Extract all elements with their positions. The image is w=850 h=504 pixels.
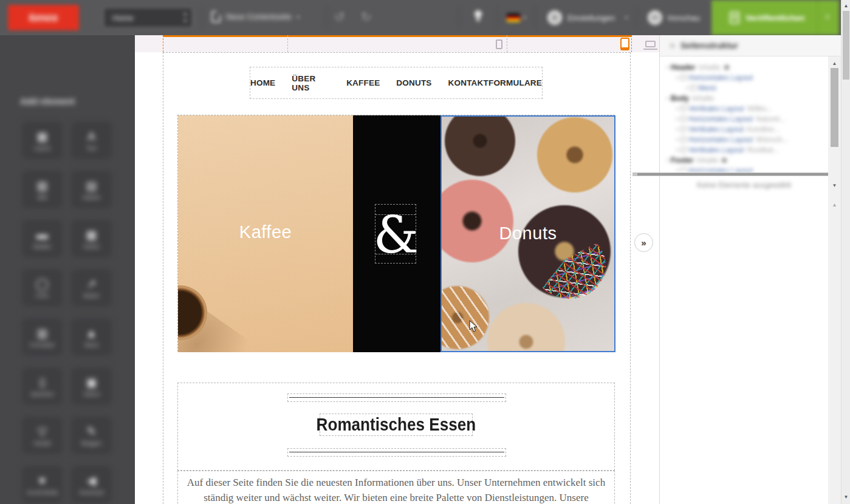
publish-chevron-icon[interactable]: › — [826, 10, 829, 22]
publish-button[interactable]: Veröffentlichen › — [711, 0, 839, 35]
element-tile-formulare[interactable]: ▥Formulare — [22, 318, 63, 356]
brand-logo[interactable]: Ionos — [8, 5, 79, 30]
tree-expand-icon[interactable]: ▸ — [674, 168, 680, 172]
tree-expand-icon[interactable]: ▸ — [674, 75, 680, 80]
panel-resize-handle[interactable] — [632, 172, 838, 176]
nav-item[interactable]: KONTAKTFORMULARE — [448, 78, 542, 87]
nav-item[interactable]: DONUTS — [396, 78, 431, 87]
german-flag-icon[interactable] — [507, 13, 520, 22]
chevron-down-icon[interactable]: ▾ — [523, 15, 526, 21]
ampersand-element[interactable]: & — [375, 204, 416, 264]
scroll-down-icon[interactable]: ▼ — [828, 183, 841, 188]
tree-expand-icon[interactable]: ▸ — [665, 64, 671, 70]
breakpoint-marker[interactable] — [287, 35, 288, 52]
chevron-down-icon[interactable]: ▾ — [625, 15, 628, 21]
element-tile-medien[interactable]: ▬Medien — [22, 220, 63, 257]
undo-button[interactable]: ↺ — [334, 10, 345, 24]
tree-row[interactable]: ▸HeaderInhalte — [660, 62, 828, 72]
scroll-up-icon[interactable]: ▲ — [828, 61, 841, 66]
tree-expand-icon[interactable]: ▸ — [674, 116, 680, 121]
layout-icon — [680, 75, 686, 80]
panel-collapse-button[interactable]: » — [634, 233, 653, 252]
breakpoint-ruler[interactable] — [135, 35, 659, 52]
divider-element[interactable] — [287, 448, 506, 457]
tile-label: Karten — [83, 243, 100, 250]
panel-scrollbar-thumb[interactable] — [831, 68, 838, 147]
tree-row[interactable]: ▸Horizontales LayoutWünsch... — [660, 134, 828, 145]
divider-element[interactable] — [287, 393, 506, 402]
tree-label: Body — [671, 94, 689, 103]
nav-item[interactable]: KAFFEE — [346, 78, 380, 87]
element-tile-karten[interactable]: ▩Karten — [71, 220, 112, 257]
element-tile-videos[interactable]: ▣Videos — [71, 367, 112, 405]
element-tile-sprachen[interactable]: ▯Sprachen — [22, 367, 63, 405]
element-tile-layout[interactable]: ▦Layout — [22, 121, 63, 159]
tree-row[interactable]: ▸Horizontales Layout — [660, 165, 828, 172]
tree-row[interactable]: ▸Horizontales Layout — [660, 72, 828, 83]
tree-row[interactable]: ▸FooterInhalte — [660, 155, 828, 165]
donuts-image-selected[interactable]: Donuts — [440, 115, 615, 352]
element-tile-form[interactable]: ◯Form — [22, 269, 63, 307]
page-selector-dropdown[interactable]: Home ▲▼ — [103, 7, 193, 28]
page-structure-tree[interactable]: ▸HeaderInhalte▸Horizontales Layout▸Menü▸… — [660, 56, 828, 172]
phone-breakpoint-icon[interactable] — [496, 39, 502, 49]
scroll-up-icon[interactable]: ▲ — [828, 202, 841, 208]
tree-row[interactable]: ▸BodyInhalte — [660, 93, 828, 103]
scroll-down-icon[interactable]: ▼ — [841, 494, 850, 500]
paragraph-element[interactable]: Auf dieser Seite finden Sie die neuesten… — [177, 471, 615, 504]
tree-expand-icon[interactable]: ▸ — [674, 137, 680, 142]
laptop-breakpoint-icon[interactable] — [645, 41, 656, 47]
tree-row[interactable]: ▸Vertikales LayoutRustikal... — [660, 145, 828, 155]
element-tile-social-media[interactable]: ♥Social Media — [22, 466, 63, 503]
site-nav-menu[interactable]: HOMEÜBER UNSKAFFEEDONUTSKONTAKTFORMULARE — [250, 67, 543, 99]
banner-row[interactable]: Kaffee & Donuts — [177, 115, 615, 352]
window-scrollbar-thumb[interactable] — [843, 11, 849, 80]
preview-label[interactable]: Vorschau — [667, 13, 700, 22]
tree-row[interactable]: ▸Vertikales LayoutWillko... — [660, 103, 828, 114]
tree-expand-icon[interactable]: ▸ — [665, 157, 671, 163]
tree-row[interactable]: ▸Horizontales LayoutNaturel... — [660, 114, 828, 124]
window-scrollbar[interactable]: ▲ ▼ — [841, 0, 850, 504]
scroll-up-icon[interactable]: ▲ — [841, 3, 850, 9]
nav-item[interactable]: HOME — [250, 78, 275, 87]
heading-section[interactable]: Romantisches Essen — [177, 383, 615, 471]
banner-right-label[interactable]: Donuts — [442, 223, 614, 243]
tree-row[interactable]: ▸Menü — [660, 83, 828, 93]
spinner-icons[interactable]: ▲▼ — [183, 10, 188, 25]
tree-expand-icon[interactable]: ▸ — [665, 95, 671, 101]
content-page-tab[interactable]: Neue Contentseite ▾ — [211, 11, 300, 22]
gear-icon[interactable]: ⚙ — [547, 10, 562, 25]
settings-label[interactable]: Einstellungen — [567, 13, 615, 22]
document-icon — [211, 11, 221, 22]
element-tile-galerie[interactable]: ▤Galerie — [71, 171, 112, 208]
phone-breakpoint-active-icon[interactable] — [620, 38, 629, 50]
tile-label: Medien — [33, 243, 52, 250]
structure-panel: ✛ Seitenstruktur ▸HeaderInhalte▸Horizont… — [659, 35, 841, 504]
banner-left-label[interactable]: Kaffee — [178, 222, 353, 242]
tree-badge-icon — [722, 158, 727, 163]
panel-scrollbar[interactable]: ▲ ▼ ▲ ▼ — [828, 56, 841, 504]
redo-button[interactable]: ↻ — [361, 10, 372, 24]
heading-element[interactable]: Romantisches Essen — [320, 414, 473, 436]
tree-expand-icon[interactable]: ▸ — [674, 147, 680, 152]
breakpoint-marker[interactable] — [507, 35, 507, 52]
element-tile-button[interactable]: ↗Button — [71, 269, 112, 307]
element-tile-download[interactable]: ◀Download — [71, 466, 112, 503]
tree-row[interactable]: ▸Vertikales LayoutKonditor... — [660, 124, 828, 134]
breakpoint-marker[interactable] — [631, 35, 632, 52]
tree-expand-icon[interactable]: ▸ — [684, 85, 690, 90]
page-top-guide — [163, 52, 630, 53]
element-tile-handel[interactable]: ▽Handel — [22, 417, 63, 454]
element-tile-bloggen[interactable]: ✎Bloggen — [71, 417, 112, 454]
eye-icon[interactable] — [648, 10, 662, 25]
element-tile-text[interactable]: AText — [71, 121, 112, 159]
element-tile-bild[interactable]: ▨Bild — [22, 171, 63, 208]
tree-expand-icon[interactable]: ▸ — [674, 106, 680, 111]
editor-canvas[interactable]: HOMEÜBER UNSKAFFEEDONUTSKONTAKTFORMULARE… — [135, 35, 659, 504]
breakpoint-marker[interactable] — [163, 35, 163, 52]
coffee-image[interactable]: Kaffee — [178, 115, 353, 352]
lightbulb-icon[interactable] — [475, 10, 482, 18]
nav-item[interactable]: ÜBER UNS — [292, 74, 330, 92]
element-tile-menü[interactable]: ▲Menü — [71, 318, 112, 356]
tree-expand-icon[interactable]: ▸ — [674, 126, 680, 132]
